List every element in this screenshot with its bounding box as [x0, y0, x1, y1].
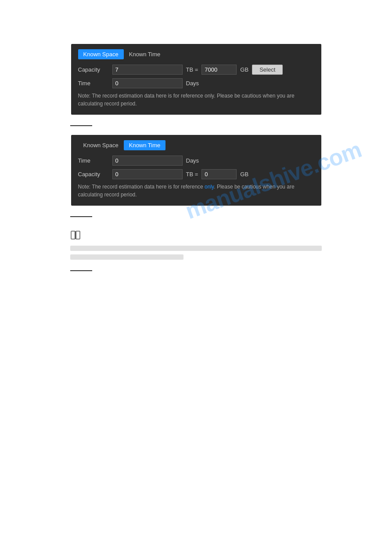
days-unit-2: Days	[186, 157, 199, 164]
time-label-1: Time	[78, 80, 109, 87]
tab-known-time-2[interactable]: Known Time	[124, 140, 166, 150]
note-section	[70, 230, 322, 260]
tab-bar-2: Known Space Known Time	[78, 140, 314, 150]
capacity-row-2: Capacity TB = GB	[78, 169, 314, 179]
divider-3	[70, 270, 92, 271]
tab-bar-1: Known Space Known Time	[78, 49, 314, 59]
time-row-2: Time Days	[78, 156, 314, 166]
gb-unit-2: GB	[240, 171, 248, 178]
tab-known-space-2[interactable]: Known Space	[78, 140, 124, 150]
svg-rect-1	[76, 231, 80, 239]
divider-1	[70, 125, 92, 126]
capacity-input-1[interactable]	[112, 65, 183, 75]
note-part1-2: Note: The record estimation data here is…	[78, 184, 205, 190]
capacity-label-1: Capacity	[78, 66, 109, 73]
capacity-gb-input-2[interactable]	[201, 169, 237, 179]
capacity-gb-input-1[interactable]	[201, 65, 237, 75]
time-input-2[interactable]	[112, 156, 183, 166]
time-label-2: Time	[78, 157, 109, 164]
tab-known-space-1[interactable]: Known Space	[78, 49, 124, 59]
gb-unit-1: GB	[240, 66, 248, 73]
book-icon	[70, 230, 322, 242]
panel-1: Known Space Known Time Capacity TB = GB …	[71, 44, 321, 115]
note-highlight-2: only	[205, 184, 214, 190]
gray-bar-half	[70, 254, 183, 260]
svg-rect-0	[71, 231, 75, 239]
gray-bar-full	[70, 246, 322, 251]
note-2: Note: The record estimation data here is…	[78, 183, 314, 199]
divider-2	[70, 216, 92, 217]
capacity-label-2: Capacity	[78, 171, 109, 178]
panel-2: Known Space Known Time Time Days Capacit…	[71, 135, 321, 206]
tb-eq-1: TB =	[186, 66, 198, 73]
time-input-1[interactable]	[112, 78, 183, 88]
capacity-row-1: Capacity TB = GB Select	[78, 65, 314, 75]
tb-eq-2: TB =	[186, 171, 198, 178]
tab-known-time-1[interactable]: Known Time	[124, 49, 166, 59]
select-button-1[interactable]: Select	[252, 65, 283, 75]
note-1: Note: The record estimation data here is…	[78, 92, 314, 108]
time-row-1: Time Days	[78, 78, 314, 88]
days-unit-1: Days	[186, 80, 199, 87]
capacity-tb-input-2[interactable]	[112, 169, 183, 179]
